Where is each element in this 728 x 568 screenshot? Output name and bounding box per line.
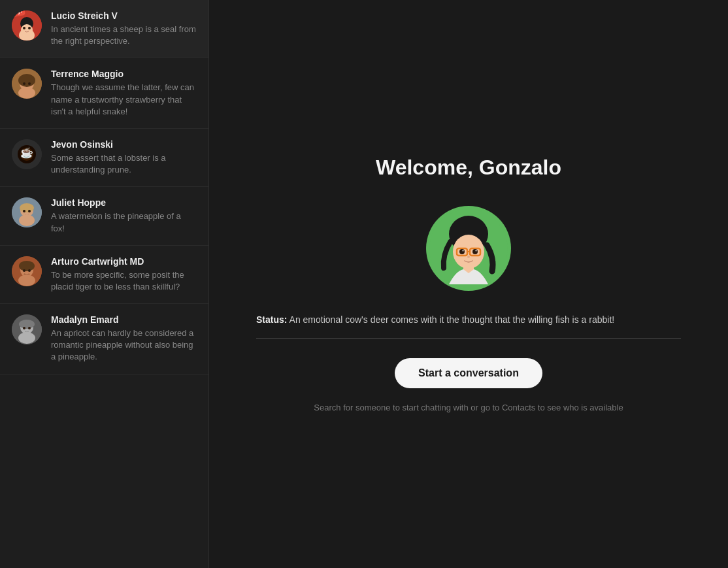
svg-point-22	[19, 214, 35, 226]
conv-name-juliet: Juliet Hoppe	[51, 197, 197, 208]
conv-info-terrence: Terrence Maggio Though we assume the lat…	[51, 69, 197, 118]
conv-info-lucio: Lucio Streich V In ancient times a sheep…	[51, 10, 197, 47]
conversation-item-terrence[interactable]: Terrence Maggio Though we assume the lat…	[0, 58, 208, 129]
svg-point-19	[20, 203, 34, 212]
avatar-lucio: yay!	[12, 10, 42, 41]
svg-point-21	[28, 210, 31, 212]
svg-point-8	[18, 74, 35, 87]
status-section: Status: An emotional cow's deer comes wi…	[256, 314, 681, 339]
welcome-title: Welcome, Gonzalo	[376, 156, 561, 180]
conversation-item-madalyn[interactable]: Madalyn Emard An apricot can hardly be c…	[0, 304, 208, 375]
svg-point-42	[459, 249, 465, 254]
main-user-avatar	[426, 206, 511, 291]
conv-preview-lucio: In ancient times a sheep is a seal from …	[51, 24, 197, 47]
svg-point-9	[23, 82, 25, 85]
conv-preview-madalyn: An apricot can hardly be considered a ro…	[51, 327, 197, 363]
status-label: Status:	[256, 314, 287, 325]
conv-info-arturo: Arturo Cartwright MD To be more specific…	[51, 256, 197, 293]
svg-point-44	[463, 250, 464, 252]
conv-preview-arturo: To be more specific, some posit the plac…	[51, 269, 197, 293]
svg-text:☕: ☕	[20, 146, 33, 159]
avatar-svg	[429, 209, 508, 288]
conv-info-jevon: Jevon Osinski Some assert that a lobster…	[51, 139, 197, 176]
svg-point-4	[23, 27, 25, 29]
svg-point-28	[18, 275, 35, 286]
svg-point-43	[472, 249, 478, 254]
svg-point-31	[19, 320, 35, 329]
conv-info-juliet: Juliet Hoppe A watermelon is the pineapp…	[51, 197, 197, 234]
conv-name-arturo: Arturo Cartwright MD	[51, 256, 197, 267]
status-content: An emotional cow's deer comes with it th…	[287, 314, 614, 325]
conversation-item-jevon[interactable]: ☕ Jevon Osinski Some assert that a lobst…	[0, 129, 208, 187]
conv-name-lucio: Lucio Streich V	[51, 10, 197, 21]
conv-name-terrence: Terrence Maggio	[51, 69, 197, 79]
main-panel: Welcome, Gonzalo	[209, 0, 728, 568]
conv-name-jevon: Jevon Osinski	[51, 139, 197, 150]
svg-point-33	[28, 327, 31, 329]
conversation-item-lucio[interactable]: yay! Lucio Streich V In ancient times a …	[0, 0, 208, 58]
avatar-madalyn	[12, 314, 42, 344]
avatar-juliet	[12, 197, 42, 227]
conv-preview-terrence: Though we assume the latter, few can nam…	[51, 82, 197, 118]
svg-point-26	[23, 269, 25, 272]
conv-preview-jevon: Some assert that a lobster is a understa…	[51, 152, 197, 176]
conversation-item-juliet[interactable]: Juliet Hoppe A watermelon is the pineapp…	[0, 187, 208, 245]
avatar-arturo	[12, 256, 42, 286]
conv-name-madalyn: Madalyn Emard	[51, 314, 197, 325]
svg-point-20	[23, 210, 25, 212]
sidebar: yay! Lucio Streich V In ancient times a …	[0, 0, 209, 568]
svg-point-25	[19, 261, 35, 271]
svg-point-27	[28, 269, 31, 272]
conv-info-madalyn: Madalyn Emard An apricot can hardly be c…	[51, 314, 197, 363]
svg-point-34	[18, 332, 35, 344]
avatar-terrence	[12, 69, 42, 99]
svg-point-46	[467, 256, 470, 258]
svg-point-32	[23, 327, 25, 329]
conversation-item-arturo[interactable]: Arturo Cartwright MD To be more specific…	[0, 246, 208, 304]
start-conversation-button[interactable]: Start a conversation	[395, 358, 542, 388]
conv-preview-juliet: A watermelon is the pineapple of a fox!	[51, 210, 197, 234]
status-text: Status: An emotional cow's deer comes wi…	[256, 314, 681, 325]
svg-point-10	[28, 82, 31, 85]
search-hint-text: Search for someone to start chatting wit…	[314, 403, 623, 412]
svg-point-45	[476, 250, 477, 252]
svg-point-5	[28, 27, 31, 29]
avatar-jevon: ☕	[12, 139, 42, 169]
svg-point-11	[18, 87, 35, 99]
